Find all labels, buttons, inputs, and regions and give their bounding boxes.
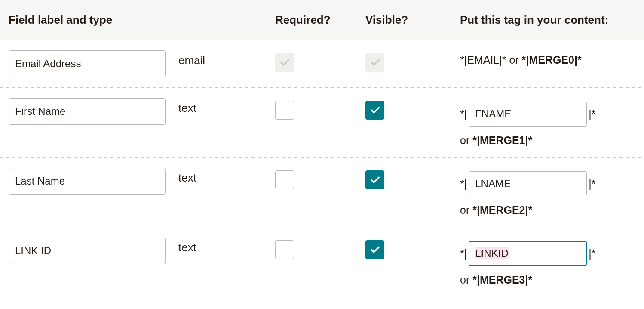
or-text: or [506,54,521,66]
merge-tag-alt: *|MERGE1|* [472,134,532,146]
merge-tag-text: *|EMAIL|* [460,54,506,66]
or-text: or [460,204,472,216]
field-type-label: text [178,238,275,254]
visible-checkbox[interactable] [365,240,384,259]
table-row: text*|LINKID|*or *|MERGE3|* [0,227,644,297]
header-visible: Visible? [365,13,460,27]
header-tag: Put this tag in your content: [460,13,635,27]
table-row: text*||*or *|MERGE1|* [0,88,644,158]
merge-tag-cell: *|EMAIL|* or *|MERGE0|* [460,50,635,66]
or-text: or [460,274,472,286]
merge-tag-input[interactable] [469,171,587,196]
table-row: email*|EMAIL|* or *|MERGE0|* [0,40,644,88]
required-checkbox [275,53,294,72]
visible-checkbox [365,53,384,72]
field-label-input[interactable] [9,50,166,77]
or-text: or [460,134,472,146]
tag-prefix: *| [460,247,467,260]
field-type-label: text [178,98,275,115]
tag-suffix: |* [589,108,595,121]
required-checkbox[interactable] [275,101,294,120]
merge-tag-cell: *||*or *|MERGE2|* [460,168,635,216]
field-label-input[interactable] [9,98,166,125]
merge-tag-input[interactable]: LINKID [469,241,587,266]
field-label-input[interactable] [9,168,166,195]
field-type-label: email [178,50,275,67]
merge-tag-cell: *||*or *|MERGE1|* [460,98,635,147]
required-checkbox[interactable] [275,170,294,189]
merge-tag-alt: *|MERGE2|* [472,204,532,216]
table-header-row: Field label and type Required? Visible? … [0,0,644,40]
required-checkbox[interactable] [275,240,294,259]
tag-prefix: *| [460,178,467,190]
field-label-input[interactable] [9,238,166,264]
header-field-label-type: Field label and type [9,13,275,27]
tag-prefix: *| [460,108,467,121]
header-required: Required? [275,13,365,27]
tag-suffix: |* [589,178,595,190]
merge-tag-cell: *|LINKID|*or *|MERGE3|* [460,238,635,286]
field-type-label: text [178,168,275,185]
merge-tag-alt: *|MERGE3|* [472,274,532,286]
merge-tag-alt: *|MERGE0|* [522,54,582,66]
tag-suffix: |* [589,247,595,260]
visible-checkbox[interactable] [365,101,384,120]
merge-tag-input[interactable] [469,102,587,127]
merge-fields-table: Field label and type Required? Visible? … [0,0,644,297]
table-row: text*||*or *|MERGE2|* [0,158,644,227]
visible-checkbox[interactable] [365,170,384,189]
